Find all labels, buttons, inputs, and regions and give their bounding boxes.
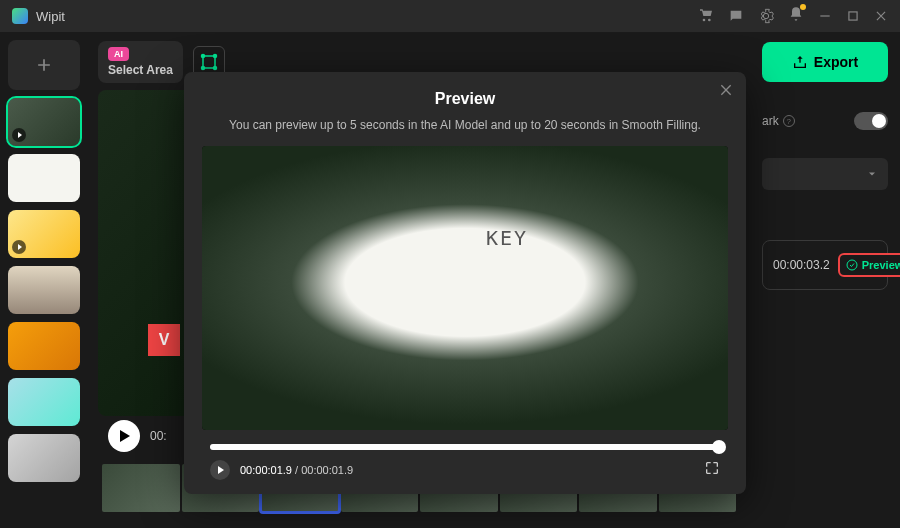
svg-point-6 [213,67,216,70]
watermark-overlay: V [148,324,180,356]
thumbnail-6[interactable] [8,378,80,426]
mark-toggle[interactable] [854,112,888,130]
right-panel: Export ark ? 00:00:03.2 Preview [750,32,900,528]
svg-point-3 [201,55,204,58]
ai-badge: AI [108,47,129,61]
notification-icon[interactable] [788,6,804,26]
preview-modal: Preview You can preview up to 5 seconds … [184,72,746,494]
timeline-frame[interactable] [102,464,180,512]
segment-box: 00:00:03.2 Preview [762,240,888,290]
app-title: Wipit [36,9,65,24]
thumbnail-2[interactable] [8,154,80,202]
preview-button-highlighted[interactable]: Preview [838,253,900,277]
slider-handle[interactable] [712,440,726,454]
select-area-label: Select Area [108,63,173,77]
modal-current-time: 00:00:01.9 [240,464,292,476]
modal-title: Preview [202,90,728,108]
svg-point-5 [201,67,204,70]
thumbnail-7[interactable] [8,434,80,482]
modal-controls: 00:00:01.9 / 00:00:01.9 [202,460,728,480]
modal-total-time: 00:00:01.9 [301,464,353,476]
thumbnail-5[interactable] [8,322,80,370]
add-media-button[interactable] [8,40,80,90]
modal-close-button[interactable] [718,82,734,102]
svg-rect-0 [820,15,829,16]
preview-label: Preview [862,259,900,271]
sidebar [0,32,88,528]
svg-rect-2 [203,56,215,68]
time-display: 00: [150,429,167,443]
notebook-text: KEY [486,226,528,250]
modal-seek-slider[interactable] [210,444,720,450]
thumbnail-3[interactable] [8,210,80,258]
modal-play-button[interactable] [210,460,230,480]
titlebar: Wipit [0,0,900,32]
mark-label: ark ? [762,114,795,128]
svg-rect-1 [849,12,857,20]
play-button[interactable] [108,420,140,452]
settings-icon[interactable] [758,8,774,24]
dropdown[interactable] [762,158,888,190]
fullscreen-button[interactable] [704,460,720,480]
segment-time: 00:00:03.2 [773,258,830,272]
help-icon[interactable]: ? [783,115,795,127]
play-indicator-icon [12,128,26,142]
mark-row: ark ? [762,112,888,130]
svg-point-4 [213,55,216,58]
chevron-down-icon [866,168,878,180]
maximize-icon[interactable] [846,9,860,23]
modal-video[interactable]: KEY [202,146,728,430]
modal-time-display: 00:00:01.9 / 00:00:01.9 [240,464,353,476]
check-circle-icon [846,259,858,271]
message-icon[interactable] [728,8,744,24]
slider-fill [210,444,720,450]
modal-subtitle: You can preview up to 5 seconds in the A… [202,118,728,132]
titlebar-left: Wipit [12,8,65,24]
export-label: Export [814,54,858,70]
close-icon[interactable] [874,9,888,23]
thumbnail-4[interactable] [8,266,80,314]
titlebar-right [698,6,888,26]
select-area-group[interactable]: AI Select Area [98,41,183,83]
minimize-icon[interactable] [818,9,832,23]
thumbnail-1[interactable] [8,98,80,146]
svg-point-7 [847,260,857,270]
export-button[interactable]: Export [762,42,888,82]
modal-video-content: KEY [202,146,728,430]
cart-icon[interactable] [698,8,714,24]
play-indicator-icon [12,240,26,254]
app-logo-icon [12,8,28,24]
